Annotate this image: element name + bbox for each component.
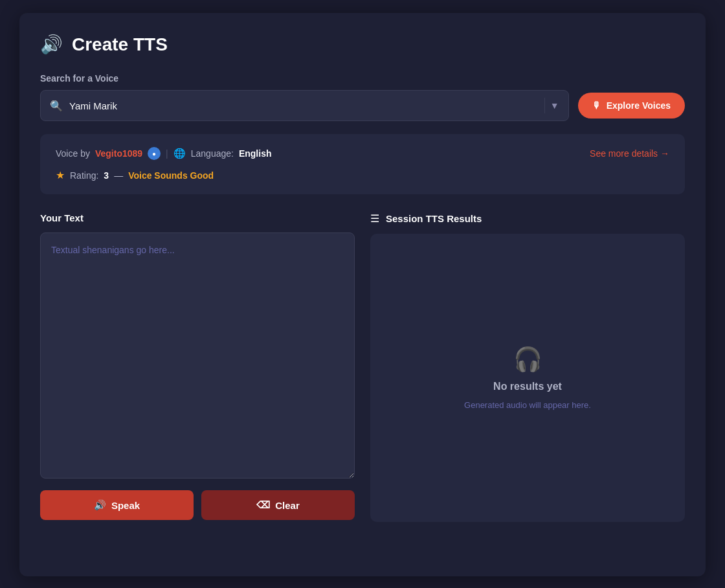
voice-rating: ★ Rating: 3 — Voice Sounds Good [56, 169, 669, 181]
voice-info-top: Voice by Vegito1089 ● | 🌐 Language: Engl… [56, 147, 669, 160]
no-results-subtitle: Generated audio will appear here. [464, 400, 591, 410]
left-column: Your Text 🔊 Speak ⌫ Clear [40, 212, 355, 520]
rating-label: Rating: [70, 170, 98, 181]
menu-icon: ☰ [370, 212, 379, 225]
clear-icon: ⌫ [256, 499, 270, 511]
session-title: Session TTS Results [386, 213, 482, 224]
page-title: Create TTS [72, 34, 168, 55]
voice-info-left: Voice by Vegito1089 ● | 🌐 Language: Engl… [56, 147, 271, 160]
voice-by-label: Voice by [56, 148, 90, 159]
author-badge-icon: ● [148, 147, 161, 160]
speak-icon: 🔊 [94, 499, 106, 511]
your-text-label: Your Text [40, 212, 355, 223]
rating-dash: — [114, 170, 123, 181]
star-icon: ★ [56, 169, 65, 181]
search-label: Search for a Voice [40, 73, 685, 84]
clear-label: Clear [275, 500, 300, 511]
content-columns: Your Text 🔊 Speak ⌫ Clear ☰ Session TTS … [40, 212, 685, 522]
explore-voices-button[interactable]: 🎙 Explore Voices [578, 93, 685, 119]
results-area: 🎧 No results yet Generated audio will ap… [370, 234, 685, 522]
speak-label: Speak [111, 500, 140, 511]
dropdown-arrow-icon[interactable]: ▼ [550, 100, 559, 111]
headphones-icon: 🎧 [513, 346, 542, 373]
voice-author-link[interactable]: Vegito1089 [95, 148, 142, 159]
search-input[interactable] [69, 100, 539, 111]
see-more-link[interactable]: See more details → [590, 148, 669, 159]
explore-label: Explore Voices [607, 100, 671, 111]
search-wrapper: 🔍 ▼ [40, 90, 569, 121]
right-column: ☰ Session TTS Results 🎧 No results yet G… [370, 212, 685, 522]
language-label: Language: [191, 148, 234, 159]
explore-icon: 🎙 [592, 100, 601, 111]
tts-icon: 🔊 [40, 34, 63, 55]
main-container: 🔊 Create TTS Search for a Voice 🔍 ▼ 🎙 Ex… [19, 13, 706, 576]
rating-description: Voice Sounds Good [128, 170, 214, 181]
button-row: 🔊 Speak ⌫ Clear [40, 490, 355, 520]
session-header: ☰ Session TTS Results [370, 212, 685, 225]
page-header: 🔊 Create TTS [40, 34, 685, 55]
search-icon: 🔍 [50, 100, 63, 112]
pipe-separator: | [166, 148, 168, 159]
rating-value: 3 [104, 170, 109, 181]
search-divider [544, 98, 545, 113]
speak-button[interactable]: 🔊 Speak [40, 490, 194, 520]
text-input-area[interactable] [40, 232, 355, 479]
language-value: English [239, 148, 272, 159]
search-row: 🔍 ▼ 🎙 Explore Voices [40, 90, 685, 121]
no-results-title: No results yet [493, 381, 562, 392]
clear-button[interactable]: ⌫ Clear [201, 490, 355, 520]
globe-icon: 🌐 [173, 148, 186, 159]
voice-info-card: Voice by Vegito1089 ● | 🌐 Language: Engl… [40, 134, 685, 194]
